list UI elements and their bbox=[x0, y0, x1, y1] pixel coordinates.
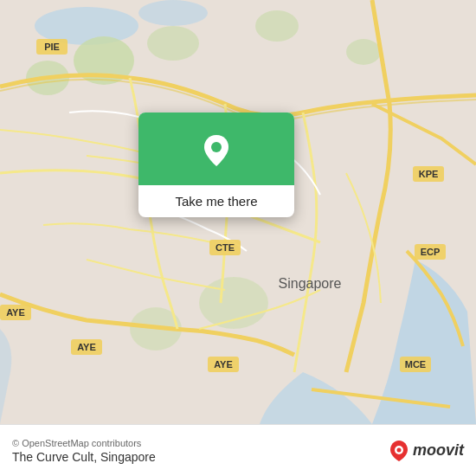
svg-text:MCE: MCE bbox=[405, 359, 426, 370]
moovit-logo[interactable]: moovit bbox=[387, 439, 464, 463]
moovit-text: moovit bbox=[413, 441, 464, 460]
svg-text:AYE: AYE bbox=[6, 307, 25, 318]
bottom-bar: © OpenStreetMap contributors The Curve C… bbox=[0, 424, 476, 476]
location-pin-icon bbox=[197, 132, 235, 170]
map-attribution: © OpenStreetMap contributors bbox=[12, 438, 156, 448]
svg-point-7 bbox=[346, 39, 381, 65]
svg-text:AYE: AYE bbox=[77, 342, 96, 352]
svg-point-8 bbox=[199, 277, 268, 329]
map-container: PIE CTE CTE KPE AYE AYE AYE ECP Singapor… bbox=[0, 0, 476, 424]
bottom-left: © OpenStreetMap contributors The Curve C… bbox=[12, 438, 156, 464]
svg-text:Singapore: Singapore bbox=[279, 276, 342, 291]
svg-point-6 bbox=[255, 10, 299, 42]
svg-text:ECP: ECP bbox=[421, 247, 441, 257]
svg-point-5 bbox=[147, 26, 199, 61]
app: PIE CTE CTE KPE AYE AYE AYE ECP Singapor… bbox=[0, 0, 476, 476]
svg-text:AYE: AYE bbox=[214, 359, 233, 370]
svg-point-2 bbox=[138, 0, 208, 26]
moovit-icon bbox=[387, 439, 411, 463]
popup-card: Take me there bbox=[138, 113, 294, 217]
svg-point-30 bbox=[211, 142, 222, 152]
popup-icon-area bbox=[138, 113, 294, 185]
svg-point-32 bbox=[396, 447, 401, 452]
location-name: The Curve Cult, Singapore bbox=[12, 450, 156, 464]
svg-text:PIE: PIE bbox=[44, 42, 60, 52]
svg-text:KPE: KPE bbox=[419, 169, 439, 179]
svg-text:CTE: CTE bbox=[215, 242, 235, 253]
take-me-there-button[interactable]: Take me there bbox=[164, 185, 267, 217]
